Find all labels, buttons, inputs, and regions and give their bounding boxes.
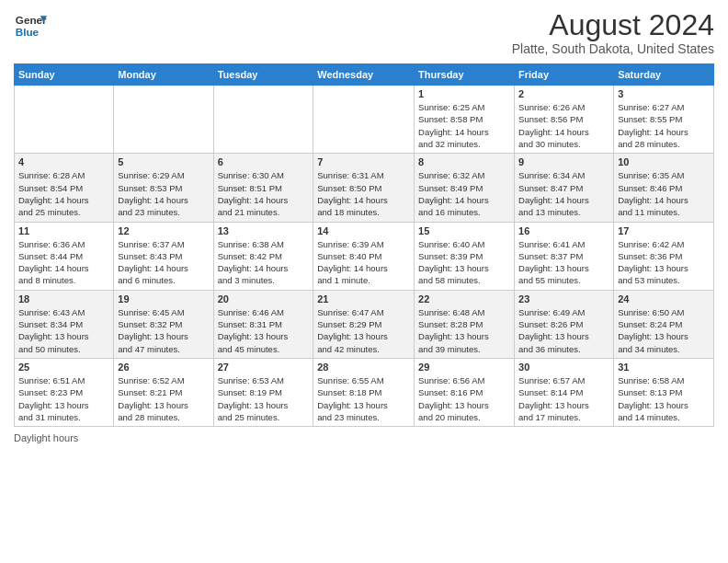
day-number: 21 [317,293,410,304]
calendar-cell: 3Sunrise: 6:27 AM Sunset: 8:55 PM Daylig… [614,86,714,154]
page: General Blue August 2024 Platte, South D… [0,0,728,453]
logo: General Blue [14,9,47,42]
day-info: Sunrise: 6:42 AM Sunset: 8:36 PM Dayligh… [618,238,710,287]
calendar-cell: 26Sunrise: 6:52 AM Sunset: 8:21 PM Dayli… [114,358,213,426]
calendar-cell: 16Sunrise: 6:41 AM Sunset: 8:37 PM Dayli… [515,222,614,290]
day-info: Sunrise: 6:36 AM Sunset: 8:44 PM Dayligh… [18,238,109,287]
calendar-week-row: 25Sunrise: 6:51 AM Sunset: 8:23 PM Dayli… [15,358,714,426]
calendar-cell: 28Sunrise: 6:55 AM Sunset: 8:18 PM Dayli… [313,358,415,426]
calendar-cell: 6Sunrise: 6:30 AM Sunset: 8:51 PM Daylig… [213,154,313,222]
calendar-cell: 1Sunrise: 6:25 AM Sunset: 8:58 PM Daylig… [415,86,515,154]
day-number: 11 [18,225,109,236]
day-info: Sunrise: 6:51 AM Sunset: 8:23 PM Dayligh… [18,374,109,423]
day-number: 30 [518,362,609,373]
day-number: 25 [18,362,109,373]
day-number: 5 [118,156,209,167]
day-info: Sunrise: 6:49 AM Sunset: 8:26 PM Dayligh… [518,306,609,355]
day-info: Sunrise: 6:35 AM Sunset: 8:46 PM Dayligh… [618,169,710,218]
calendar-cell: 8Sunrise: 6:32 AM Sunset: 8:49 PM Daylig… [415,154,515,222]
day-number: 18 [18,293,109,304]
day-info: Sunrise: 6:32 AM Sunset: 8:49 PM Dayligh… [418,169,510,218]
day-number: 28 [317,362,410,373]
calendar-cell: 22Sunrise: 6:48 AM Sunset: 8:28 PM Dayli… [415,290,515,358]
day-info: Sunrise: 6:47 AM Sunset: 8:29 PM Dayligh… [317,306,410,355]
day-of-week-header: Wednesday [313,64,415,86]
day-number: 31 [618,362,710,373]
calendar-cell: 23Sunrise: 6:49 AM Sunset: 8:26 PM Dayli… [515,290,614,358]
day-info: Sunrise: 6:41 AM Sunset: 8:37 PM Dayligh… [518,238,609,287]
day-info: Sunrise: 6:46 AM Sunset: 8:31 PM Dayligh… [218,306,310,355]
day-info: Sunrise: 6:48 AM Sunset: 8:28 PM Dayligh… [418,306,510,355]
calendar-cell: 27Sunrise: 6:53 AM Sunset: 8:19 PM Dayli… [213,358,313,426]
day-info: Sunrise: 6:28 AM Sunset: 8:54 PM Dayligh… [18,169,109,218]
day-info: Sunrise: 6:38 AM Sunset: 8:42 PM Dayligh… [218,238,310,287]
day-of-week-header: Friday [515,64,614,86]
day-number: 1 [418,88,510,99]
day-of-week-header: Saturday [614,64,714,86]
calendar-cell: 9Sunrise: 6:34 AM Sunset: 8:47 PM Daylig… [515,154,614,222]
calendar-cell: 10Sunrise: 6:35 AM Sunset: 8:46 PM Dayli… [614,154,714,222]
calendar-week-row: 4Sunrise: 6:28 AM Sunset: 8:54 PM Daylig… [15,154,714,222]
day-info: Sunrise: 6:29 AM Sunset: 8:53 PM Dayligh… [118,169,209,218]
day-info: Sunrise: 6:43 AM Sunset: 8:34 PM Dayligh… [18,306,109,355]
day-number: 13 [218,225,310,236]
calendar-cell: 5Sunrise: 6:29 AM Sunset: 8:53 PM Daylig… [114,154,213,222]
day-number: 29 [418,362,510,373]
calendar-cell: 19Sunrise: 6:45 AM Sunset: 8:32 PM Dayli… [114,290,213,358]
day-number: 14 [317,225,410,236]
day-info: Sunrise: 6:55 AM Sunset: 8:18 PM Dayligh… [317,374,410,423]
calendar-cell: 24Sunrise: 6:50 AM Sunset: 8:24 PM Dayli… [614,290,714,358]
calendar-table: SundayMondayTuesdayWednesdayThursdayFrid… [14,63,714,427]
calendar-cell: 4Sunrise: 6:28 AM Sunset: 8:54 PM Daylig… [15,154,114,222]
calendar-cell: 17Sunrise: 6:42 AM Sunset: 8:36 PM Dayli… [614,222,714,290]
day-info: Sunrise: 6:53 AM Sunset: 8:19 PM Dayligh… [218,374,310,423]
day-number: 17 [618,225,710,236]
day-number: 6 [218,156,310,167]
day-info: Sunrise: 6:25 AM Sunset: 8:58 PM Dayligh… [418,101,510,150]
calendar-body: 1Sunrise: 6:25 AM Sunset: 8:58 PM Daylig… [15,86,714,427]
calendar-cell [213,86,313,154]
calendar-cell: 7Sunrise: 6:31 AM Sunset: 8:50 PM Daylig… [313,154,415,222]
calendar-cell: 12Sunrise: 6:37 AM Sunset: 8:43 PM Dayli… [114,222,213,290]
day-info: Sunrise: 6:31 AM Sunset: 8:50 PM Dayligh… [317,169,410,218]
day-of-week-header: Tuesday [213,64,313,86]
calendar-week-row: 1Sunrise: 6:25 AM Sunset: 8:58 PM Daylig… [15,86,714,154]
day-info: Sunrise: 6:58 AM Sunset: 8:13 PM Dayligh… [618,374,710,423]
calendar-cell: 31Sunrise: 6:58 AM Sunset: 8:13 PM Dayli… [614,358,714,426]
calendar-cell: 14Sunrise: 6:39 AM Sunset: 8:40 PM Dayli… [313,222,415,290]
day-info: Sunrise: 6:52 AM Sunset: 8:21 PM Dayligh… [118,374,209,423]
day-number: 15 [418,225,510,236]
day-of-week-header: Thursday [415,64,515,86]
day-info: Sunrise: 6:50 AM Sunset: 8:24 PM Dayligh… [618,306,710,355]
day-number: 7 [317,156,410,167]
day-number: 10 [618,156,710,167]
main-title: August 2024 [512,9,714,41]
calendar-cell [15,86,114,154]
day-info: Sunrise: 6:26 AM Sunset: 8:56 PM Dayligh… [518,101,609,150]
calendar-cell: 15Sunrise: 6:40 AM Sunset: 8:39 PM Dayli… [415,222,515,290]
calendar-cell [114,86,213,154]
day-number: 19 [118,293,209,304]
day-number: 2 [518,88,609,99]
day-number: 9 [518,156,609,167]
calendar-cell: 2Sunrise: 6:26 AM Sunset: 8:56 PM Daylig… [515,86,614,154]
calendar-cell: 30Sunrise: 6:57 AM Sunset: 8:14 PM Dayli… [515,358,614,426]
day-info: Sunrise: 6:45 AM Sunset: 8:32 PM Dayligh… [118,306,209,355]
title-area: August 2024 Platte, South Dakota, United… [512,9,714,56]
day-number: 12 [118,225,209,236]
day-number: 8 [418,156,510,167]
day-info: Sunrise: 6:34 AM Sunset: 8:47 PM Dayligh… [518,169,609,218]
day-of-week-header: Sunday [15,64,114,86]
calendar-cell: 25Sunrise: 6:51 AM Sunset: 8:23 PM Dayli… [15,358,114,426]
svg-text:Blue: Blue [16,26,40,38]
day-number: 22 [418,293,510,304]
daylight-label: Daylight hours [14,432,78,443]
subtitle: Platte, South Dakota, United States [512,41,714,56]
calendar-cell: 20Sunrise: 6:46 AM Sunset: 8:31 PM Dayli… [213,290,313,358]
day-number: 27 [218,362,310,373]
calendar-week-row: 18Sunrise: 6:43 AM Sunset: 8:34 PM Dayli… [15,290,714,358]
header: General Blue August 2024 Platte, South D… [14,9,714,56]
calendar-header: SundayMondayTuesdayWednesdayThursdayFrid… [15,64,714,86]
day-info: Sunrise: 6:40 AM Sunset: 8:39 PM Dayligh… [418,238,510,287]
day-number: 26 [118,362,209,373]
